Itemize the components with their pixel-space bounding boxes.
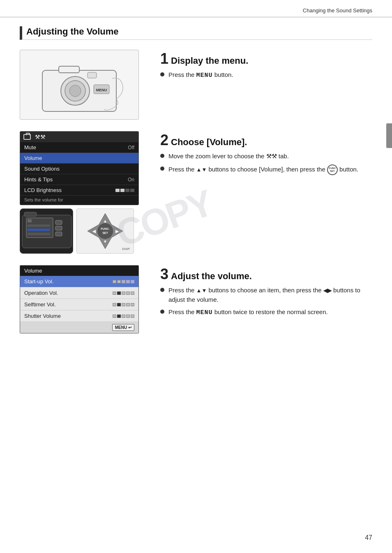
page-header: Changing the Sound Settings <box>0 0 392 17</box>
section-title: Adjusting the Volume <box>26 26 118 37</box>
func-set-icon: FUNCSET <box>327 164 338 175</box>
menu-rows: Mute Off Volume Sound Options Hints & Ti… <box>20 142 138 196</box>
volume-screen-footer: MENU ↩ <box>20 322 138 333</box>
bullet-dot <box>160 72 164 76</box>
step-2-bullet-1-text: Move the zoom lever to choose the ⚒⚒ tab… <box>168 152 289 161</box>
step-2-row: ⚒⚒ Mute Off Volume Sound Options <box>20 131 372 254</box>
menu-hint: Sets the volume for <box>20 196 138 205</box>
step-1-row: MENU 1 Display the menu. Press the MENU … <box>20 50 372 120</box>
main-content: Adjusting the Volume <box>0 17 392 357</box>
menu-row-mute: Mute Off <box>20 142 138 153</box>
step-2-number: 2 <box>160 133 168 148</box>
shutter-vol-indicator <box>113 315 134 318</box>
menu-row-hints: Hints & Tips On <box>20 174 138 185</box>
step-3-bullets: Press the ▲▼ buttons to choose an item, … <box>160 286 372 318</box>
step-2-bullet-2-text: Press the ▲▼ buttons to choose [Volume],… <box>168 164 358 175</box>
menu-screen: ⚒⚒ Mute Off Volume Sound Options <box>20 131 139 205</box>
svg-rect-4 <box>59 66 79 73</box>
svg-text:MENU: MENU <box>96 88 107 92</box>
bullet-dot-3b <box>160 310 164 314</box>
volume-screen-rows: Start-up Vol. Operation Vol. <box>20 276 138 322</box>
sidebar-accent <box>386 123 392 148</box>
page-number: 47 <box>365 534 372 541</box>
svg-point-26 <box>97 223 113 239</box>
step-2-title: Choose [Volume]. <box>171 137 247 148</box>
menu-row-sound-options: Sound Options <box>20 164 138 174</box>
bullet-dot-2b <box>160 167 164 171</box>
step-2-bullets: Move the zoom lever to choose the ⚒⚒ tab… <box>160 152 372 175</box>
step-2-image: ⚒⚒ Mute Off Volume Sound Options <box>20 131 147 254</box>
step-1-text: 1 Display the menu. Press the MENU butto… <box>160 50 372 84</box>
startup-vol-indicator <box>113 280 134 283</box>
vol-row-startup: Start-up Vol. <box>20 276 138 287</box>
selftimer-vol-indicator <box>113 303 134 306</box>
camera-image: MENU <box>20 50 139 120</box>
step-3-number: 3 <box>160 267 168 282</box>
step-3-row: Volume Start-up Vol. Operation Vo <box>20 265 372 333</box>
nav-device-left <box>20 208 73 254</box>
wrench-icon: ⚒⚒ <box>35 134 46 140</box>
step-1-number: 1 <box>160 51 168 66</box>
step-3-bullet-2: Press the MENU button twice to restore t… <box>160 308 372 318</box>
step-2-text: 2 Choose [Volume]. Move the zoom lever t… <box>160 131 372 178</box>
step-1-bullet-1: Press the MENU button. <box>160 70 372 81</box>
nav-device-right: ▲ ▼ ◀ ▶ FUNC. <box>76 208 134 254</box>
nav-buttons-row: ▲ ▼ ◀ ▶ FUNC. <box>20 208 147 254</box>
diamond-nav: ▲ ▼ ◀ ▶ FUNC. <box>87 213 124 250</box>
header-title: Changing the Sound Settings <box>303 7 372 14</box>
svg-text:◀: ◀ <box>92 229 96 234</box>
disp-label: DISP. <box>122 247 130 251</box>
operation-vol-indicator <box>113 292 134 295</box>
brightness-bar <box>115 189 134 192</box>
svg-text:SET: SET <box>102 231 108 234</box>
step-3-text: 3 Adjust the volume. Press the ▲▼ button… <box>160 265 372 321</box>
step-2-bullet-2: Press the ▲▼ buttons to choose [Volume],… <box>160 164 372 175</box>
menu-screen-header: ⚒⚒ <box>20 132 138 142</box>
svg-point-3 <box>69 85 81 97</box>
volume-screen: Volume Start-up Vol. Operation Vo <box>20 265 139 333</box>
vol-row-shutter: Shutter Volume <box>20 310 138 322</box>
step-1-image: MENU <box>20 50 147 120</box>
svg-text:FUNC.: FUNC. <box>101 227 109 230</box>
camera-icon <box>23 134 31 140</box>
svg-text:▼: ▼ <box>103 239 107 244</box>
bullet-dot-3a <box>160 288 164 292</box>
section-title-bar: Adjusting the Volume <box>20 26 372 40</box>
step-1-title: Display the menu. <box>171 56 248 66</box>
step-1-bullet-text: Press the MENU button. <box>168 70 233 81</box>
step-1-heading: 1 Display the menu. <box>160 51 372 66</box>
bullet-dot-2a <box>160 154 164 158</box>
step-3-heading: 3 Adjust the volume. <box>160 267 372 282</box>
svg-text:▶: ▶ <box>115 229 119 234</box>
menu-row-volume: Volume <box>20 153 138 164</box>
vol-row-operation: Operation Vol. <box>20 287 138 299</box>
svg-rect-11 <box>28 224 50 227</box>
menu-footer-btn: MENU ↩ <box>112 324 134 331</box>
step-1-bullets: Press the MENU button. <box>160 70 372 81</box>
volume-screen-title: Volume <box>20 266 138 276</box>
step-3-bullet-1-text: Press the ▲▼ buttons to choose an item, … <box>168 286 372 304</box>
svg-rect-10 <box>28 219 32 222</box>
svg-rect-15 <box>55 226 62 230</box>
step-3-bullet-2-text: Press the MENU button twice to restore t… <box>168 308 328 318</box>
svg-rect-16 <box>55 232 62 236</box>
svg-rect-13 <box>28 233 50 235</box>
menu-row-lcd: LCD Brightness <box>20 185 138 196</box>
svg-rect-14 <box>55 220 62 224</box>
svg-rect-12 <box>28 229 50 231</box>
vol-row-selftimer: Selftimer Vol. <box>20 299 138 310</box>
step-3-bullet-1: Press the ▲▼ buttons to choose an item, … <box>160 286 372 304</box>
step-2-bullet-1: Move the zoom lever to choose the ⚒⚒ tab… <box>160 152 372 161</box>
svg-rect-17 <box>24 212 37 216</box>
step-2-heading: 2 Choose [Volume]. <box>160 133 372 148</box>
step-3-title: Adjust the volume. <box>171 271 252 282</box>
svg-rect-5 <box>88 72 97 78</box>
step-3-image: Volume Start-up Vol. Operation Vo <box>20 265 147 333</box>
